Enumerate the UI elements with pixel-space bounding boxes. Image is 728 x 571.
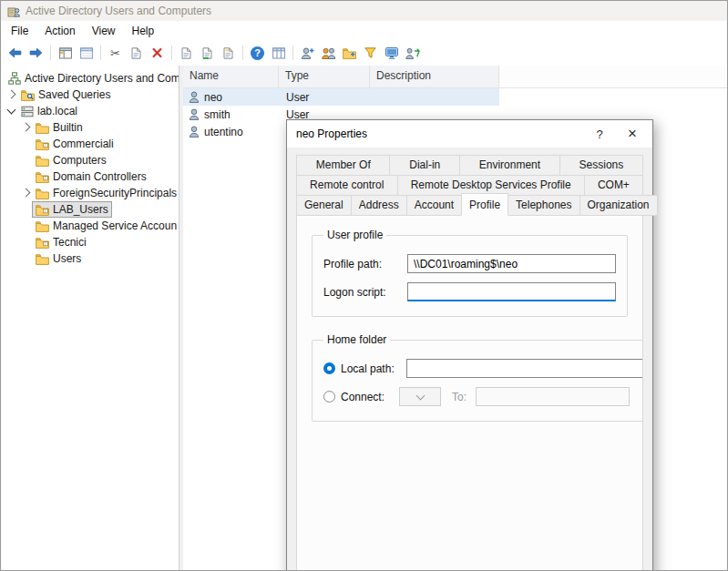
user-profile-legend: User profile xyxy=(323,229,386,241)
tab-general[interactable]: General xyxy=(296,195,352,216)
add-member-icon xyxy=(405,47,420,59)
tree-item-label: ForeignSecurityPrincipals xyxy=(53,187,177,199)
neo-properties-dialog: neo Properties ? × Member OfDial-inEnvir… xyxy=(286,119,653,571)
save-list-button[interactable] xyxy=(197,43,218,64)
list-cell-name: smith xyxy=(183,108,279,121)
user-icon xyxy=(189,91,200,103)
cut-icon: ✂ xyxy=(110,47,120,59)
delete-icon xyxy=(152,47,162,58)
connect-row: Connect: To: xyxy=(323,387,643,406)
tab-member-of[interactable]: Member Of xyxy=(296,155,390,176)
profile-path-input[interactable] xyxy=(407,254,616,273)
ou-folder-icon xyxy=(36,237,49,249)
tree-item-tecnici[interactable]: Tecnici xyxy=(1,234,179,250)
list-row-neo[interactable]: neoUser xyxy=(183,88,499,106)
menu-help[interactable]: Help xyxy=(124,22,163,40)
local-path-row: Local path: xyxy=(323,359,643,378)
tab-environment[interactable]: Environment xyxy=(459,155,560,176)
paste-button[interactable] xyxy=(126,43,147,64)
new-user-icon xyxy=(301,47,314,59)
back-icon xyxy=(8,47,22,58)
help-button[interactable]: ? xyxy=(247,43,268,64)
tree-item-computers[interactable]: Computers xyxy=(1,152,179,168)
new-ou-button[interactable] xyxy=(339,43,360,64)
tree-item-builtin[interactable]: Builtin xyxy=(1,119,179,136)
tab-sessions[interactable]: Sessions xyxy=(559,155,643,176)
print-list-button[interactable] xyxy=(218,43,239,64)
logon-script-input[interactable] xyxy=(407,282,616,301)
connect-radio[interactable] xyxy=(323,391,335,403)
profile-tab-page: User profile Profile path: Logon script:… xyxy=(296,215,643,571)
local-path-label: Local path: xyxy=(341,362,406,375)
columns-icon xyxy=(272,47,285,59)
tree-item-label: lab.local xyxy=(37,105,77,117)
column-header-type[interactable]: Type xyxy=(279,66,370,87)
save-list-icon xyxy=(202,47,212,59)
ou-folder-icon xyxy=(36,204,49,216)
dialog-title-bar: neo Properties ? × xyxy=(287,120,652,148)
tree-item-commerciali[interactable]: Commerciali xyxy=(1,136,179,152)
tree-item-content: Computers xyxy=(32,152,110,168)
local-path-input[interactable] xyxy=(406,359,643,378)
container-folder-icon xyxy=(36,188,49,199)
window-title: Active Directory Users and Computers xyxy=(26,5,211,17)
chevron-right-icon[interactable] xyxy=(19,126,32,130)
back-button[interactable] xyxy=(5,43,26,64)
tab-dial-in[interactable]: Dial-in xyxy=(389,155,459,176)
chevron-down-icon xyxy=(415,392,425,401)
ou-folder-icon xyxy=(36,171,49,183)
local-path-radio[interactable] xyxy=(323,362,335,374)
tab-organization[interactable]: Organization xyxy=(579,195,658,216)
cut-button[interactable]: ✂ xyxy=(105,43,126,64)
tab-profile[interactable]: Profile xyxy=(461,193,508,216)
new-group-icon xyxy=(322,47,336,59)
menu-view[interactable]: View xyxy=(84,22,124,40)
logon-script-row: Logon script: xyxy=(323,282,616,301)
show-tree-button[interactable] xyxy=(55,43,76,64)
list-name-text: neo xyxy=(204,91,222,104)
new-group-button[interactable] xyxy=(318,43,339,64)
tree-item-lab-users[interactable]: LAB_Users xyxy=(1,201,179,218)
drive-letter-dropdown[interactable] xyxy=(399,387,441,406)
list-cell-name: utentino xyxy=(183,126,279,138)
find-button[interactable] xyxy=(381,43,402,64)
tree-item-active-directory-users-and-com[interactable]: Active Directory Users and Com xyxy=(1,70,179,87)
menu-file[interactable]: File xyxy=(3,22,36,40)
tab-remote-control[interactable]: Remote control xyxy=(296,175,398,196)
dialog-help-button[interactable]: ? xyxy=(583,120,616,148)
dialog-close-button[interactable]: × xyxy=(616,120,649,148)
forward-button[interactable] xyxy=(26,43,46,64)
tab-address[interactable]: Address xyxy=(351,195,407,216)
filter-button[interactable] xyxy=(360,43,381,64)
tree-item-lab-local[interactable]: lab.local xyxy=(1,103,179,119)
delete-button[interactable] xyxy=(147,43,168,64)
list-view-button[interactable] xyxy=(76,43,97,64)
column-header-name[interactable]: Name xyxy=(183,66,279,87)
tab-account[interactable]: Account xyxy=(406,195,462,216)
filter-icon xyxy=(364,47,376,58)
tree-item-label: Commerciali xyxy=(53,138,114,150)
chevron-down-icon[interactable] xyxy=(5,109,17,113)
export-list-button[interactable] xyxy=(176,43,197,64)
tab-telephones[interactable]: Telephones xyxy=(508,195,579,216)
chevron-right-icon[interactable] xyxy=(5,93,17,97)
logon-script-label: Logon script: xyxy=(323,286,407,299)
new-user-button[interactable] xyxy=(297,43,318,64)
home-folder-legend: Home folder xyxy=(323,333,390,346)
column-header-description[interactable]: Description xyxy=(370,66,499,87)
tree-item-label: Builtin xyxy=(53,121,83,134)
tree-item-saved-queries[interactable]: Saved Queries xyxy=(1,87,179,103)
menu-action[interactable]: Action xyxy=(36,22,83,40)
container-folder-icon xyxy=(36,220,49,232)
chevron-right-icon[interactable] xyxy=(19,191,32,196)
tree-item-managed-service-accoun[interactable]: Managed Service Accoun xyxy=(1,218,179,234)
tree-item-users[interactable]: Users xyxy=(1,250,179,267)
tab-com[interactable]: COM+ xyxy=(584,175,643,196)
tree-item-domain-controllers[interactable]: Domain Controllers xyxy=(1,168,179,185)
columns-button[interactable] xyxy=(268,43,289,64)
add-member-button[interactable] xyxy=(402,43,423,64)
tree-item-foreignsecurityprincipals[interactable]: ForeignSecurityPrincipals xyxy=(1,185,179,201)
list-cell-type: User xyxy=(279,91,370,104)
connect-path-input[interactable] xyxy=(476,387,630,406)
tree-item-content: Managed Service Accoun xyxy=(32,218,179,234)
